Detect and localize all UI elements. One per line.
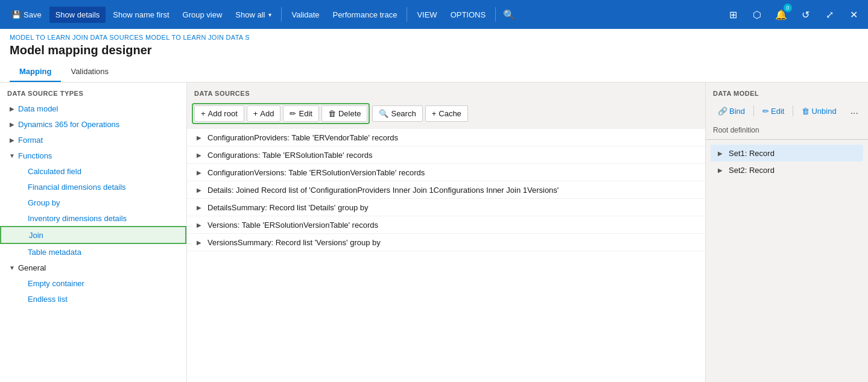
more-options-button[interactable]: ... <box>848 103 861 119</box>
tab-validations[interactable]: Validations <box>61 62 118 82</box>
datasources-header: DATA SOURCES <box>187 83 705 101</box>
edit-ds-button[interactable]: ✏ Edit <box>283 105 318 122</box>
tree-item-dynamics365[interactable]: ▶ Dynamics 365 for Operations <box>0 116 186 132</box>
toolbar-divider-3 <box>495 7 496 22</box>
cache-icon: + <box>432 109 437 118</box>
expand-icon-data-model: ▶ <box>7 104 17 113</box>
close-button[interactable]: ✕ <box>844 5 863 24</box>
view-button[interactable]: VIEW <box>411 7 443 23</box>
data-model-list: ▶ Set1: Record ▶ Set2: Record <box>706 145 868 382</box>
spacer-empty-container <box>17 278 27 288</box>
add-button[interactable]: + Add <box>247 105 281 122</box>
ds-label-versions: Versions: Table 'ERSolutionVersionTable'… <box>207 221 378 230</box>
spacer-group-by <box>17 198 27 207</box>
unbind-button[interactable]: 🗑 Unbind <box>797 104 841 118</box>
tab-bar: Mapping Validations <box>10 62 858 82</box>
delete-ds-button[interactable]: 🗑 Delete <box>322 105 368 122</box>
refresh-button[interactable]: ↺ <box>796 5 815 24</box>
spacer-inventory-dimensions <box>17 213 27 223</box>
tree-item-table-metadata[interactable]: Table metadata <box>0 244 186 260</box>
tree-item-data-model[interactable]: ▶ Data model <box>0 101 186 116</box>
ds-label-config-versions: ConfigurationVersions: Table 'ERSolution… <box>207 168 425 177</box>
show-details-button[interactable]: Show details <box>49 7 106 23</box>
tree-item-endless-list[interactable]: Endless list <box>0 291 186 307</box>
search-toolbar-icon: 🔍 <box>503 9 515 20</box>
office-icon: ⬡ <box>753 9 761 20</box>
performance-trace-button[interactable]: Performance trace <box>326 7 403 23</box>
cache-button[interactable]: + Cache <box>425 105 468 122</box>
tree-label-functions: Functions <box>18 151 52 160</box>
right-panel: DATA MODEL 🔗 Bind ✏ Edit 🗑 Unbind ... Ro… <box>705 83 868 382</box>
datasource-types-header: DATA SOURCE TYPES <box>0 83 186 101</box>
tree-item-calculated-field[interactable]: Calculated field <box>0 163 186 179</box>
expand-icon-dynamics365: ▶ <box>7 119 17 129</box>
tree-item-empty-container[interactable]: Empty container <box>0 275 186 291</box>
ds-item-details[interactable]: ▶ Details: Joined Record list of 'Config… <box>187 181 705 199</box>
add-root-label: Add root <box>208 109 238 118</box>
bind-icon: 🔗 <box>718 107 727 116</box>
main-toolbar: 💾 Save Show details Show name first Grou… <box>0 0 868 29</box>
data-model-header: DATA MODEL <box>706 83 868 101</box>
search-toolbar-button[interactable]: 🔍 <box>499 5 519 24</box>
expand-icon-set2: ▶ <box>715 165 725 175</box>
show-name-first-button[interactable]: Show name first <box>107 7 175 23</box>
spacer-financial-dimensions <box>17 182 27 192</box>
tree-label-calculated-field: Calculated field <box>28 167 81 176</box>
ds-item-config-versions[interactable]: ▶ ConfigurationVersions: Table 'ERSoluti… <box>187 164 705 181</box>
notification-container: 🔔 0 <box>771 5 791 24</box>
search-ds-button[interactable]: 🔍 Search <box>372 105 422 122</box>
ds-item-versions[interactable]: ▶ Versions: Table 'ERSolutionVersionTabl… <box>187 216 705 234</box>
search-ds-icon: 🔍 <box>379 109 388 118</box>
office-icon-button[interactable]: ⬡ <box>747 5 767 24</box>
add-root-button[interactable]: + Add root <box>194 105 244 122</box>
tree-item-functions[interactable]: ▼ Functions <box>0 148 186 163</box>
expand-icon-functions: ▼ <box>7 151 17 160</box>
expand-icon-configurations: ▶ <box>194 150 204 160</box>
add-icon: + <box>253 109 258 118</box>
expand-icon-config-versions: ▶ <box>194 168 204 177</box>
validate-button[interactable]: Validate <box>285 7 325 23</box>
edit-dm-icon: ✏ <box>762 107 769 116</box>
options-button[interactable]: OPTIONS <box>445 7 492 23</box>
page-title: Model mapping designer <box>10 43 858 57</box>
tab-mapping[interactable]: Mapping <box>10 62 61 82</box>
expand-button[interactable]: ⤢ <box>820 5 839 24</box>
show-name-first-label: Show name first <box>113 10 169 19</box>
grid-icon-button[interactable]: ⊞ <box>723 5 743 24</box>
dm-item-set1[interactable]: ▶ Set1: Record <box>711 145 863 161</box>
notification-badge: 0 <box>784 4 792 12</box>
view-label: VIEW <box>417 10 437 19</box>
ds-label-details-summary: DetailsSummary: Record list 'Details' gr… <box>207 203 369 212</box>
ds-item-config-providers[interactable]: ▶ ConfigurationProviders: Table 'ERVendo… <box>187 129 705 146</box>
unbind-label: Unbind <box>811 107 836 116</box>
tree-item-group-by[interactable]: Group by <box>0 195 186 210</box>
ds-item-versions-summary[interactable]: ▶ VersionsSummary: Record list 'Versions… <box>187 234 705 251</box>
save-button[interactable]: 💾 Save <box>5 6 48 23</box>
dm-separator-1 <box>753 105 754 116</box>
expand-icon-format: ▶ <box>7 135 17 145</box>
tree-item-general[interactable]: ▼ General <box>0 260 186 275</box>
dm-item-set2[interactable]: ▶ Set2: Record <box>711 161 863 178</box>
center-panel: DATA SOURCES + Add root + Add ✏ Edit 🗑 <box>187 83 705 382</box>
tree-label-financial-dimensions: Financial dimensions details <box>28 183 126 192</box>
tree-item-join[interactable]: Join <box>0 226 186 244</box>
ds-label-versions-summary: VersionsSummary: Record list 'Versions' … <box>207 238 381 247</box>
expand-icon-set1: ▶ <box>715 148 725 158</box>
add-root-icon: + <box>201 109 206 118</box>
bind-button[interactable]: 🔗 Bind <box>713 104 750 118</box>
ds-item-configurations[interactable]: ▶ Configurations: Table 'ERSolutionTable… <box>187 146 705 164</box>
edit-dm-button[interactable]: ✏ Edit <box>758 104 789 118</box>
tree-label-group-by: Group by <box>28 198 60 207</box>
show-all-button[interactable]: Show all ▾ <box>229 7 277 23</box>
cache-label: Cache <box>439 109 461 118</box>
ds-label-config-providers: ConfigurationProviders: Table 'ERVendorT… <box>207 133 398 142</box>
toolbar-divider-1 <box>281 7 282 22</box>
tree-label-table-metadata: Table metadata <box>28 248 81 257</box>
main-content: DATA SOURCE TYPES ▶ Data model ▶ Dynamic… <box>0 83 868 382</box>
tree-item-format[interactable]: ▶ Format <box>0 132 186 148</box>
ds-item-details-summary[interactable]: ▶ DetailsSummary: Record list 'Details' … <box>187 199 705 216</box>
add-label: Add <box>260 109 274 118</box>
tree-item-financial-dimensions[interactable]: Financial dimensions details <box>0 179 186 195</box>
tree-item-inventory-dimensions[interactable]: Inventory dimensions details <box>0 210 186 226</box>
group-view-button[interactable]: Group view <box>177 7 229 23</box>
